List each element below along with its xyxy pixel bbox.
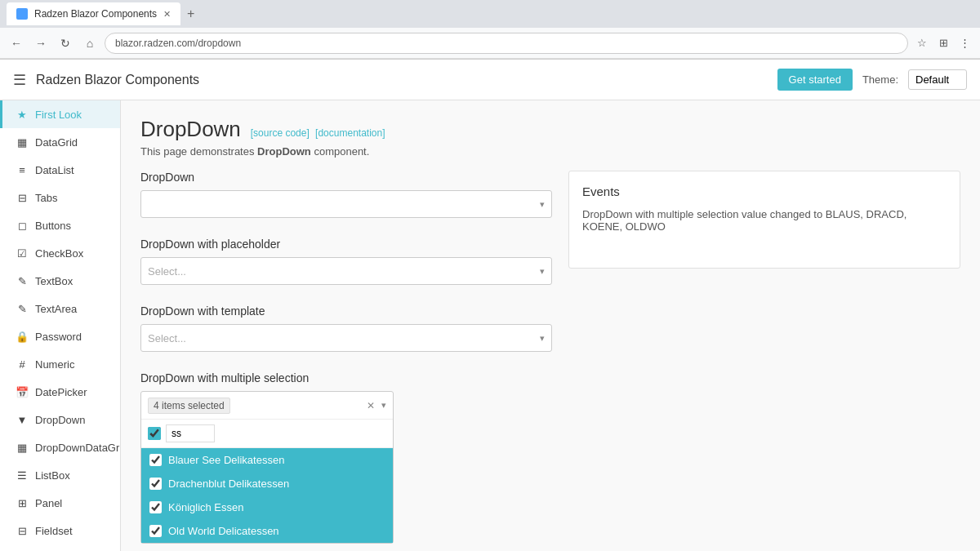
multi-select-container: 4 items selected ✕ ▾ (140, 391, 394, 544)
sidebar-icon: ▦ (16, 136, 29, 149)
forward-button[interactable]: → (31, 33, 51, 53)
sidebar-label: DataGrid (35, 136, 78, 149)
item-checkbox-2[interactable] (149, 501, 162, 513)
home-button[interactable]: ⌂ (80, 33, 100, 53)
list-item[interactable]: Drachenblut Delikatessen (141, 472, 393, 495)
address-bar[interactable]: blazor.radzen.com/dropdown (105, 33, 908, 54)
sidebar-icon: 🔒 (16, 330, 29, 343)
multi-select-search-row (141, 420, 393, 448)
item-checkbox-3[interactable] (149, 525, 162, 537)
sidebar-label: Buttons (35, 220, 71, 232)
dropdown-basic-arrow-icon: ▾ (540, 199, 545, 210)
dropdown-placeholder[interactable]: Select... ▾ (140, 257, 552, 285)
new-tab-button[interactable]: + (180, 7, 201, 21)
sidebar-item-panel[interactable]: ⊞Panel (0, 489, 120, 517)
hamburger-button[interactable]: ☰ (13, 71, 26, 89)
sidebar-label: Panel (35, 497, 62, 509)
browser-chrome: Radzen Blazor Components ✕ + ← → ↻ ⌂ bla… (0, 0, 980, 60)
list-item[interactable]: Königlich Essen (141, 495, 393, 519)
get-started-button[interactable]: Get started (777, 69, 853, 91)
sidebar-item-textbox[interactable]: ✎TextBox (0, 267, 120, 295)
dropdown-template-arrow-icon: ▾ (540, 333, 545, 344)
select-all-checkbox[interactable] (148, 427, 161, 440)
sidebar-icon: 📅 (16, 385, 29, 398)
sidebar-icon: ⊟ (16, 191, 29, 204)
sidebar-item-password[interactable]: 🔒Password (0, 322, 120, 350)
multi-select-header[interactable]: 4 items selected ✕ ▾ (141, 392, 393, 420)
sidebar-label: Tabs (35, 192, 57, 204)
sidebar-icon: ▼ (16, 413, 29, 426)
app-header-left: ☰ Radzen Blazor Components (13, 71, 199, 89)
back-button[interactable]: ← (7, 33, 26, 53)
reload-button[interactable]: ↻ (56, 33, 75, 53)
sidebar-item-datepicker[interactable]: 📅DatePicker (0, 378, 120, 406)
sidebar-label: DropDownDataGrid (35, 442, 121, 454)
sidebar-icon: ★ (16, 108, 29, 121)
list-item[interactable]: Blauer See Delikatessen (141, 448, 393, 472)
sidebar-icon: ⊞ (16, 496, 29, 509)
sidebar-item-dropdown[interactable]: ▼DropDown (0, 406, 120, 433)
sidebar-label: DropDown (35, 414, 85, 426)
sidebar-label: ListBox (35, 469, 70, 482)
star-button[interactable]: ☆ (913, 34, 931, 52)
item-label-1: Drachenblut Delikatessen (168, 478, 289, 490)
sidebar-item-listbox[interactable]: ☰ListBox (0, 461, 120, 489)
app-header: ☰ Radzen Blazor Components Get started T… (0, 60, 980, 100)
sidebar-label: Numeric (35, 358, 74, 371)
sidebar-item-card[interactable]: ▭Card (0, 544, 120, 551)
sidebar-label: CheckBox (35, 247, 83, 260)
tab-favicon (16, 8, 28, 20)
page-description: This page demonstrates DropDown componen… (140, 145, 960, 158)
sidebar-icon: ☰ (16, 469, 29, 482)
dropdown-basic[interactable]: ▾ (140, 190, 552, 218)
extension-button[interactable]: ⊞ (934, 34, 952, 52)
item-checkbox-1[interactable] (149, 478, 162, 490)
sidebar-icon: # (16, 358, 29, 371)
section-title-dropdown-template: DropDown with template (140, 304, 552, 318)
sidebar-label: Password (35, 331, 82, 343)
description-component: DropDown (257, 145, 311, 158)
tab-close-button[interactable]: ✕ (163, 9, 171, 20)
dropdown-template-placeholder: Select... (148, 332, 186, 344)
section-dropdown-basic: DropDown ▾ (140, 171, 552, 218)
content: ★First Look▦DataGrid≡DataList⊟Tabs◻Butto… (0, 100, 980, 551)
documentation-link[interactable]: [documentation] (315, 127, 385, 139)
sidebar-item-datagrid[interactable]: ▦DataGrid (0, 128, 120, 156)
sidebar-label: TextArea (35, 303, 77, 315)
right-column: Events DropDown with multiple selection … (568, 171, 960, 551)
tab-bar: Radzen Blazor Components ✕ + (0, 0, 980, 28)
sidebar-item-fieldset[interactable]: ⊟Fieldset (0, 517, 120, 544)
sidebar-icon: ✎ (16, 274, 29, 287)
multi-select-actions: ✕ ▾ (367, 400, 386, 411)
sidebar-icon: ✎ (16, 302, 29, 315)
sidebar-item-checkbox[interactable]: ☑CheckBox (0, 239, 120, 267)
sidebar-label: DataList (35, 164, 74, 176)
theme-select[interactable]: Default (908, 69, 967, 90)
sidebar-item-buttons[interactable]: ◻Buttons (0, 211, 120, 239)
browser-tab[interactable]: Radzen Blazor Components ✕ (7, 2, 180, 25)
item-label-0: Blauer See Delikatessen (168, 454, 284, 466)
theme-label: Theme: (862, 73, 898, 86)
description-prefix: This page demonstrates (140, 145, 257, 158)
list-item[interactable]: Old World Delicatessen (141, 519, 393, 543)
section-dropdown-multi: DropDown with multiple selection 4 items… (140, 371, 552, 544)
menu-button[interactable]: ⋮ (956, 34, 973, 52)
app-header-right: Get started Theme: Default (777, 69, 967, 91)
sidebar-item-numeric[interactable]: #Numeric (0, 350, 120, 378)
sidebar-item-first-look[interactable]: ★First Look (0, 100, 120, 128)
left-column: DropDown ▾ DropDown with placeholder Sel… (140, 171, 552, 551)
sidebar-label: Fieldset (35, 525, 73, 537)
app-title: Radzen Blazor Components (36, 73, 199, 87)
dropdown-clear-button[interactable]: ✕ (367, 400, 375, 411)
sidebar-item-dropdowndatagrid[interactable]: ▦DropDownDataGrid (0, 433, 120, 461)
sidebar-icon: ◻ (16, 219, 29, 232)
multi-select-search-input[interactable] (166, 424, 215, 442)
sidebar-item-tabs[interactable]: ⊟Tabs (0, 184, 120, 211)
sidebar-item-datalist[interactable]: ≡DataList (0, 156, 120, 184)
sidebar-item-textarea[interactable]: ✎TextArea (0, 295, 120, 322)
source-code-link[interactable]: [source code] (251, 127, 310, 139)
item-checkbox-0[interactable] (149, 454, 162, 466)
dropdown-template[interactable]: Select... ▾ (140, 324, 552, 352)
page-links: [source code] [documentation] (251, 127, 389, 139)
multi-select-list: Blauer See Delikatessen Drachenblut Deli… (141, 448, 393, 543)
